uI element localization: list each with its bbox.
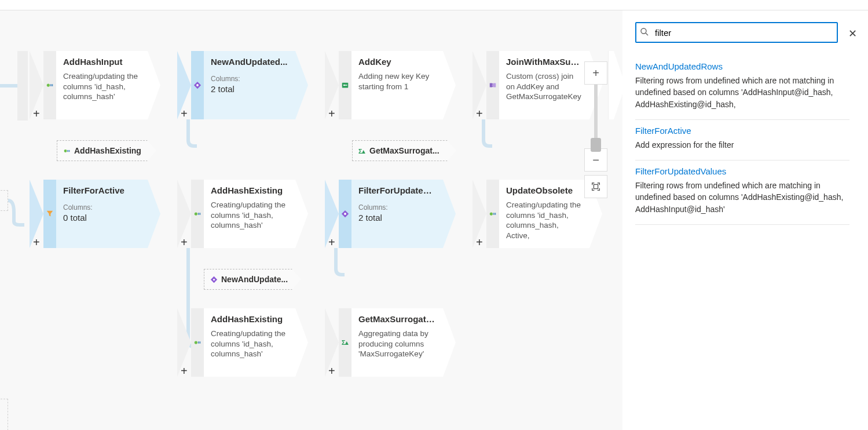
svg-text:Σ▴: Σ▴ — [358, 147, 365, 154]
key-icon — [339, 51, 351, 119]
result-desc: Filtering rows from undefined which are … — [635, 75, 849, 110]
add-step-button[interactable]: + — [33, 236, 40, 249]
svg-point-12 — [195, 212, 197, 215]
zoom-thumb[interactable] — [591, 138, 601, 152]
svg-point-27 — [641, 28, 646, 34]
svg-point-16 — [344, 213, 346, 215]
add-step-button[interactable]: + — [33, 107, 40, 121]
filter-icon — [43, 180, 56, 248]
search-input[interactable] — [635, 22, 838, 43]
svg-rect-9 — [67, 150, 68, 151]
zoom-in-button[interactable]: + — [584, 61, 607, 85]
derive-icon — [43, 51, 56, 119]
search-panel: ✕ NewAndUpdatedRows Filtering rows from … — [622, 10, 868, 430]
zoom-slider[interactable] — [594, 85, 598, 148]
add-step-button[interactable]: + — [181, 236, 188, 249]
svg-point-8 — [64, 150, 67, 152]
flow-canvas[interactable]: AddHashInput Creating/updating the colum… — [0, 10, 622, 430]
svg-point-0 — [47, 83, 50, 86]
search-icon — [640, 27, 649, 38]
ref-fragment — [0, 399, 8, 430]
add-step-button[interactable]: + — [181, 365, 188, 378]
svg-text:Σ▴: Σ▴ — [342, 339, 349, 346]
close-icon[interactable]: ✕ — [848, 27, 857, 40]
node-addhashinput[interactable]: AddHashInput Creating/updating the colum… — [43, 51, 160, 119]
svg-rect-18 — [493, 213, 495, 215]
aggregate-icon: Σ▴ — [339, 308, 351, 377]
svg-point-21 — [213, 278, 215, 280]
svg-rect-2 — [52, 84, 53, 86]
exists-icon — [191, 51, 204, 119]
add-step-button[interactable]: + — [181, 107, 188, 121]
node-addkey[interactable]: AddKey Adding new key Key starting from … — [339, 51, 456, 119]
derive-icon — [486, 180, 499, 248]
svg-rect-10 — [69, 150, 70, 151]
add-step-button[interactable]: + — [328, 107, 335, 121]
exists-icon — [339, 180, 351, 248]
node-getmaxsurrogate[interactable]: Σ▴ GetMaxSurrogate... Aggregating data b… — [339, 308, 456, 377]
search-result[interactable]: FilterForUpdatedValues Filtering rows fr… — [635, 161, 849, 225]
node-filterforactive[interactable]: FilterForActive Columns: 0 total + — [43, 180, 160, 248]
derive-icon — [191, 180, 204, 248]
add-step-button[interactable]: + — [328, 365, 335, 378]
node-fragment — [608, 51, 622, 119]
zoom-control: + − — [584, 61, 607, 198]
node-addhashexisting-2[interactable]: AddHashExisting Creating/updating the co… — [191, 308, 308, 377]
result-title: NewAndUpdatedRows — [635, 61, 849, 71]
svg-point-17 — [490, 212, 493, 215]
ref-getmaxsurrogate[interactable]: Σ▴ GetMaxSurrogat... — [352, 140, 456, 161]
zoom-out-button[interactable]: − — [584, 148, 607, 172]
node-newandupdatedrows[interactable]: NewAndUpdated... Columns: 2 total + — [191, 51, 308, 119]
svg-line-28 — [646, 33, 648, 35]
zoom-fit-button[interactable] — [584, 175, 607, 198]
svg-rect-1 — [50, 84, 52, 86]
derive-icon — [63, 147, 71, 155]
result-title: FilterForActive — [635, 126, 849, 136]
result-desc: Filtering rows from undefined which are … — [635, 180, 849, 215]
exists-icon — [210, 276, 218, 283]
add-step-button[interactable]: + — [476, 236, 483, 249]
add-step-button[interactable]: + — [328, 236, 335, 249]
svg-rect-14 — [200, 213, 201, 215]
ref-addhashexisting[interactable]: AddHashExisting — [57, 140, 156, 161]
search-result[interactable]: NewAndUpdatedRows Filtering rows from un… — [635, 56, 849, 120]
node-filterforupdatedvalues[interactable]: FilterForUpdatedV... Columns: 2 total + — [339, 180, 456, 248]
svg-rect-24 — [200, 341, 201, 344]
ref-fragment — [0, 190, 8, 211]
search-result[interactable]: FilterForActive Add expression for the f… — [635, 120, 849, 161]
derive-icon — [191, 308, 204, 377]
node-fragment — [17, 51, 28, 121]
svg-rect-13 — [198, 213, 199, 215]
join-icon — [486, 51, 499, 119]
svg-point-22 — [195, 341, 197, 344]
node-addhashexisting[interactable]: AddHashExisting Creating/updating the co… — [191, 180, 308, 248]
svg-rect-7 — [345, 85, 347, 85]
aggregate-icon: Σ▴ — [358, 147, 366, 155]
svg-rect-26 — [594, 184, 598, 188]
svg-rect-23 — [198, 341, 199, 344]
svg-rect-19 — [495, 213, 496, 215]
svg-point-4 — [196, 84, 199, 86]
result-title: FilterForUpdatedValues — [635, 166, 849, 176]
ref-newandupdated[interactable]: NewAndUpdate... — [204, 269, 301, 290]
add-step-button[interactable]: + — [476, 107, 483, 121]
result-desc: Add expression for the filter — [635, 139, 849, 151]
